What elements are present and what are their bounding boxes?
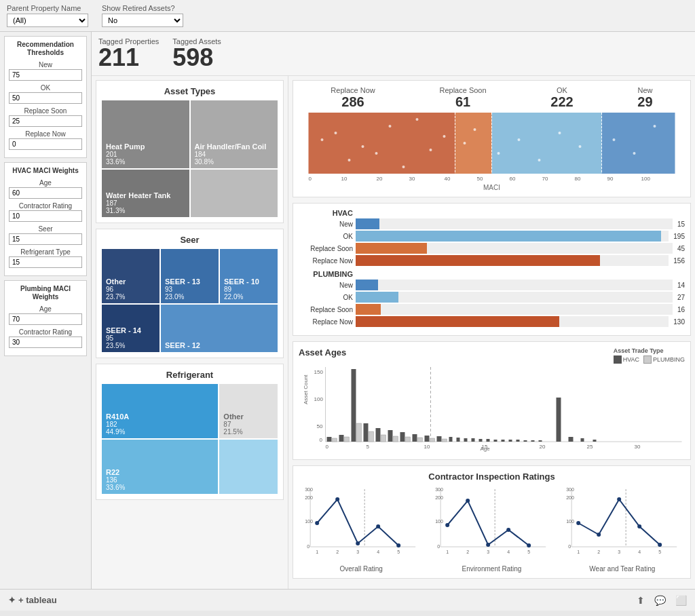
maci-new-label: New	[637, 86, 652, 94]
plumbing-new-fill	[356, 280, 378, 290]
wear-tear-rating-chart: 0 100 200 300 1	[560, 486, 685, 573]
svg-rect-72	[494, 440, 497, 442]
plumbing-ok-track	[356, 292, 673, 303]
asset-ages-chart: Asset Ages Asset Trade Type HVAC	[293, 341, 691, 460]
svg-point-116	[466, 499, 470, 503]
hvac-new-label: New	[299, 220, 353, 228]
svg-text:Age: Age	[480, 446, 490, 452]
svg-rect-76	[524, 440, 527, 442]
parent-property-select[interactable]: (All)	[7, 14, 88, 27]
svg-text:20: 20	[540, 444, 546, 450]
retired-select[interactable]: No	[102, 14, 183, 27]
svg-text:0: 0	[320, 437, 323, 443]
svg-point-20	[518, 138, 521, 141]
svg-rect-68	[464, 438, 468, 442]
svg-text:50: 50	[477, 176, 483, 180]
svg-point-18	[474, 128, 476, 131]
svg-rect-51	[357, 423, 362, 442]
svg-rect-65	[443, 439, 447, 442]
svg-text:1: 1	[577, 550, 580, 554]
svg-point-8	[335, 132, 337, 134]
maci-replace-now-count: 286	[331, 94, 375, 110]
kpi-row: Tagged Properties 211 Tagged Assets 598	[92, 32, 695, 76]
ok-threshold-input[interactable]: 50	[9, 92, 82, 104]
expand-icon[interactable]: ⬜	[675, 595, 687, 606]
svg-point-26	[654, 125, 656, 128]
hvac-contractor-group: Contractor Rating 10	[9, 202, 82, 222]
svg-text:90: 90	[607, 176, 614, 180]
seer-chart: Seer Other 96 23.7% SEER - 13 93 23.0%	[96, 229, 284, 358]
plumbing-ok-fill	[356, 292, 398, 303]
content-area: Asset Types Heat Pump 201 33.6% Air Hand…	[92, 76, 695, 589]
hvac-seer-input[interactable]: 15	[9, 233, 82, 245]
svg-point-135	[637, 524, 641, 528]
svg-rect-48	[339, 435, 344, 442]
environment-rating-svg: 0 100 200 300 1	[429, 486, 554, 560]
maci-ok-header: OK 222	[550, 86, 573, 110]
hvac-replace-soon-label: Replace Soon	[299, 245, 353, 252]
share-icon[interactable]: ⬆	[637, 595, 645, 606]
hvac-new-fill	[356, 218, 379, 229]
plumbing-weights-title: Plumbing MACI Weights	[9, 285, 82, 301]
asset-types-treemap: Heat Pump 201 33.6% Air Handler/Fan Coil…	[102, 100, 278, 217]
svg-rect-74	[509, 440, 512, 442]
svg-text:4: 4	[638, 550, 641, 554]
svg-point-15	[430, 149, 432, 151]
tagged-properties-value: 211	[98, 45, 159, 70]
tagged-assets-kpi: Tagged Assets 598	[172, 37, 221, 70]
seer-14: SEER - 14 95 23.5%	[102, 305, 159, 352]
retired-label: Show Retired Assets?	[102, 4, 183, 12]
svg-text:0: 0	[326, 444, 329, 450]
svg-point-133	[597, 533, 601, 537]
svg-rect-71	[487, 439, 490, 442]
svg-text:300: 300	[566, 487, 574, 492]
svg-text:5: 5	[658, 550, 661, 554]
svg-rect-61	[418, 438, 423, 442]
asset-type-other	[191, 170, 278, 217]
svg-point-98	[315, 521, 319, 525]
refrigerant-chart: Refrigerant R410A 182 44.9% Other 87 21.…	[96, 364, 284, 500]
replace-soon-threshold-input[interactable]: 25	[9, 115, 82, 127]
asset-ages-header: Asset Ages Asset Trade Type HVAC	[299, 347, 685, 364]
hvac-ok-fill	[356, 231, 661, 242]
comment-icon[interactable]: 💬	[654, 595, 666, 606]
new-threshold-input[interactable]: 75	[9, 69, 82, 81]
parent-property-label: Parent Property Name	[7, 4, 88, 12]
legend-items: HVAC PLUMBING	[614, 355, 685, 364]
svg-text:10: 10	[424, 444, 430, 450]
svg-rect-0	[309, 113, 455, 174]
seer-title: Seer	[102, 235, 278, 245]
replace-now-threshold-input[interactable]: 0	[9, 138, 82, 150]
svg-rect-47	[333, 438, 337, 442]
svg-point-11	[375, 152, 378, 155]
hvac-contractor-input[interactable]: 10	[9, 210, 82, 222]
hvac-replace-now-label: Replace Now	[299, 257, 353, 265]
svg-point-12	[389, 125, 392, 128]
svg-text:5: 5	[527, 550, 530, 554]
svg-rect-77	[531, 440, 535, 442]
svg-text:4: 4	[377, 550, 379, 554]
hvac-refrigerant-input[interactable]: 15	[9, 256, 82, 268]
maci-replace-soon-count: 61	[439, 94, 486, 110]
plumbing-bars-section: PLUMBING New 14 OK	[299, 270, 685, 327]
svg-rect-81	[581, 438, 584, 442]
svg-point-13	[402, 166, 405, 168]
hvac-ok-label: OK	[299, 233, 353, 240]
environment-rating-label: Environment Rating	[429, 565, 554, 573]
svg-text:200: 200	[305, 495, 313, 500]
svg-rect-80	[569, 437, 574, 442]
svg-rect-54	[376, 428, 381, 442]
svg-point-19	[497, 152, 500, 155]
parent-property-filter: Parent Property Name (All)	[7, 4, 88, 27]
refrigerant-treemap: R410A 182 44.9% Other 87 21.5% R22 136	[102, 384, 278, 494]
hvac-weights-title: HVAC MACI Weights	[9, 167, 82, 175]
svg-text:200: 200	[566, 495, 574, 500]
svg-text:Asset Count: Asset Count	[303, 374, 309, 404]
hvac-contractor-label: Contractor Rating	[9, 202, 82, 210]
svg-rect-69	[472, 438, 475, 442]
plumbing-contractor-input[interactable]: 30	[9, 336, 82, 348]
ok-threshold-label: OK	[9, 84, 82, 92]
hvac-age-input[interactable]: 60	[9, 187, 82, 199]
center-right-panel: Tagged Properties 211 Tagged Assets 598 …	[92, 32, 695, 589]
plumbing-age-input[interactable]: 70	[9, 313, 82, 325]
